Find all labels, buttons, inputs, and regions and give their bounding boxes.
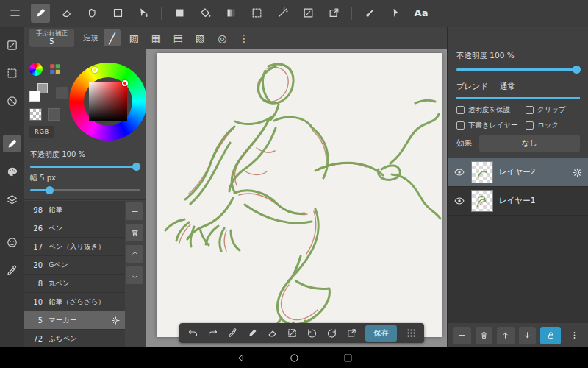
brush-row[interactable]: 72ふちペン — [24, 330, 125, 347]
brush-width-slider[interactable] — [30, 189, 140, 191]
draft-layer-checkbox[interactable]: 下書きレイヤー — [456, 121, 526, 130]
stroke-width-tool-button[interactable] — [360, 4, 379, 23]
layer-opacity-slider[interactable] — [456, 68, 580, 71]
palette-icon[interactable] — [3, 163, 21, 180]
nav-recents-icon[interactable] — [343, 353, 354, 364]
brush-tool-button[interactable] — [31, 4, 50, 23]
brush-list: 98鉛筆 26ペン 17ペン（入り抜き） 20Gペン 8丸ペン 10鉛筆（ざらざ… — [24, 201, 125, 347]
color-palette-mode-icon[interactable] — [49, 63, 62, 76]
brush-row[interactable]: 8丸ペン — [24, 275, 125, 293]
nav-home-icon[interactable] — [289, 353, 300, 364]
brush-down-button[interactable] — [126, 266, 143, 284]
layer-row[interactable]: レイヤー1 — [448, 187, 588, 216]
ruler-mode-crosshatch-icon[interactable]: ▨ — [126, 29, 143, 46]
grid-menu-icon[interactable] — [402, 325, 420, 342]
drawing-canvas[interactable] — [157, 53, 442, 337]
delete-layer-button[interactable] — [476, 327, 493, 344]
eyedropper-button[interactable] — [223, 325, 241, 342]
effect-select-button[interactable]: なし — [479, 135, 580, 152]
eraser-button[interactable] — [263, 325, 281, 342]
magic-wand-tool-button[interactable] — [273, 4, 292, 23]
save-button[interactable]: 保存 — [365, 325, 397, 342]
ruler-more-icon[interactable]: ⋮ — [239, 32, 249, 44]
android-navigation-bar — [0, 347, 588, 368]
export-button[interactable] — [343, 325, 360, 342]
saturation-value-square[interactable] — [89, 82, 127, 121]
transparent-color-swatch[interactable] — [29, 108, 42, 121]
layer-up-button[interactable] — [497, 327, 514, 344]
hue-thumb[interactable] — [92, 67, 98, 73]
redo-button[interactable] — [204, 325, 221, 342]
add-color-button[interactable] — [56, 87, 68, 99]
brush-row[interactable]: 10鉛筆（ざらざら） — [24, 293, 125, 311]
brush-color-panel: RGB 不透明度 100 % 幅 5 px 98鉛筆 26ペン 17ペン（入り抜… — [24, 49, 146, 347]
color-wheel-mode-icon[interactable] — [29, 63, 43, 76]
top-toolbar: Aa — [0, 0, 588, 26]
layer-visibility-eye-icon[interactable] — [453, 166, 465, 178]
smiley-icon[interactable] — [3, 233, 21, 251]
layer-menu-icon[interactable] — [565, 327, 583, 344]
menu-icon[interactable] — [5, 4, 24, 23]
move-tool-button[interactable] — [134, 4, 153, 23]
ruler-mode-concentric-icon[interactable]: ◎ — [214, 29, 231, 46]
text-tool-button[interactable]: Aa — [412, 4, 431, 23]
lock-checkbox[interactable]: ロック — [526, 121, 559, 130]
blend-mode-dropdown[interactable]: ブレンド 通常 — [456, 82, 580, 99]
deselect-button[interactable] — [283, 325, 301, 342]
eyedropper-icon[interactable] — [3, 261, 21, 279]
brush-settings-gear-icon[interactable] — [111, 316, 121, 325]
stabilization-button[interactable]: 手ぶれ補正 5 — [29, 29, 74, 47]
clip-checkbox[interactable]: クリップ — [526, 105, 566, 115]
hand-tool-button[interactable] — [82, 4, 101, 23]
sidebar-brush-icon[interactable] — [3, 135, 21, 152]
layers-icon[interactable] — [3, 191, 21, 208]
transform-tool-button[interactable] — [324, 4, 343, 23]
ruler-mode-horizontal-icon[interactable]: ▤ — [170, 29, 187, 46]
shape-tool-button[interactable] — [108, 4, 127, 23]
secondary-color-swatch[interactable] — [48, 108, 60, 121]
slider-knob[interactable] — [46, 186, 54, 194]
fill-shape-tool-button[interactable] — [170, 4, 189, 23]
bucket-tool-button[interactable] — [196, 4, 215, 23]
delete-brush-button[interactable] — [126, 224, 143, 241]
eraser-tool-button[interactable] — [57, 4, 76, 23]
ruler-mode-grid-icon[interactable]: ▦ — [148, 29, 165, 46]
layer-visibility-eye-icon[interactable] — [453, 195, 465, 207]
brush-row-selected[interactable]: 5 マーカー — [24, 311, 125, 330]
select-icon[interactable] — [3, 64, 21, 82]
brush-row[interactable]: 98鉛筆 — [24, 201, 125, 219]
sv-thumb[interactable] — [122, 80, 128, 86]
add-brush-button[interactable] — [126, 202, 143, 220]
layer-lock-button[interactable] — [540, 327, 561, 344]
rotate-ccw-button[interactable] — [303, 325, 320, 342]
brush-button[interactable] — [243, 325, 261, 342]
ruler-mode-parallel-icon[interactable]: ╱ — [104, 29, 121, 46]
rgb-mode-button[interactable]: RGB — [29, 126, 54, 138]
layer-down-button[interactable] — [519, 327, 537, 344]
slider-knob[interactable] — [573, 66, 581, 74]
add-layer-button[interactable] — [453, 327, 471, 344]
nav-back-icon[interactable] — [235, 353, 246, 364]
layer-effect-row: 効果 なし — [456, 135, 580, 152]
material-off-icon[interactable] — [3, 92, 21, 110]
layer-row-selected[interactable]: レイヤー2 — [448, 158, 588, 187]
select-tool-button[interactable] — [247, 4, 266, 23]
brush-opacity-slider[interactable] — [30, 166, 140, 168]
checkbox-box — [456, 106, 465, 114]
brush-row[interactable]: 20Gペン — [24, 256, 125, 275]
protect-alpha-checkbox[interactable]: 透明度を保護 — [456, 105, 526, 115]
rotate-cw-button[interactable] — [323, 325, 340, 342]
brush-row[interactable]: 26ペン — [24, 219, 125, 238]
stabilization-value: 5 — [36, 38, 68, 46]
layer-settings-gear-icon[interactable] — [572, 167, 583, 178]
brush-row[interactable]: 17ペン（入り抜き） — [24, 238, 125, 256]
pointer-tool-button[interactable] — [386, 4, 405, 23]
undo-button[interactable] — [184, 325, 201, 342]
foreground-background-colors[interactable] — [29, 83, 50, 104]
edit-canvas-icon[interactable] — [3, 36, 21, 54]
slider-knob[interactable] — [132, 163, 140, 171]
ruler-mode-diagonal-icon[interactable]: ▧ — [192, 29, 209, 46]
gradient-tool-button[interactable] — [221, 4, 240, 23]
select-pen-tool-button[interactable] — [298, 4, 318, 23]
brush-up-button[interactable] — [126, 245, 143, 263]
